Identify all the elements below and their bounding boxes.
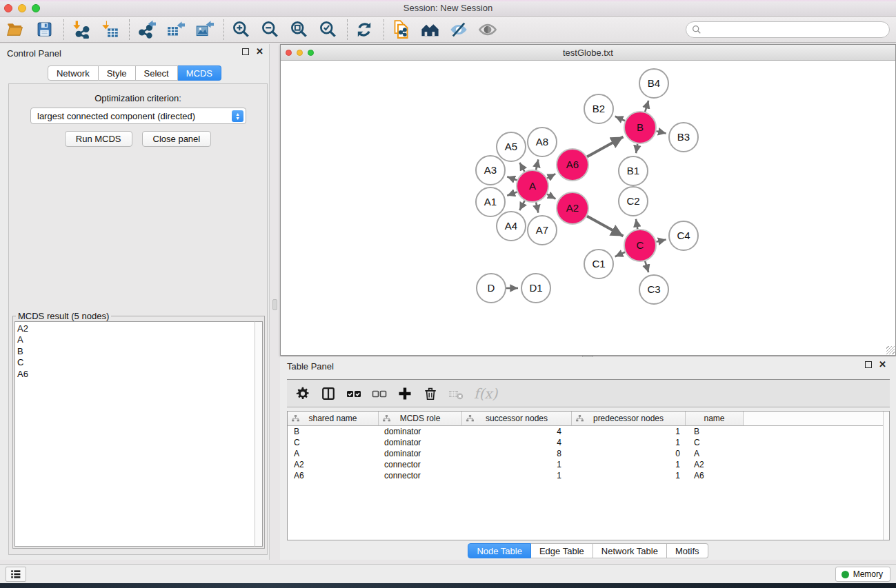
tab-node-table[interactable]: Node Table	[468, 543, 531, 558]
zoom-fit-icon[interactable]	[287, 18, 310, 41]
export-image-icon[interactable]	[192, 18, 216, 41]
table-row[interactable]: A2connector11A2	[288, 459, 889, 470]
graph-node[interactable]: B3	[669, 123, 698, 152]
graph-edge[interactable]	[656, 131, 666, 133]
export-network-icon[interactable]	[135, 18, 158, 41]
graph-node[interactable]: A3	[476, 156, 505, 185]
graph-node[interactable]: B4	[639, 69, 668, 98]
result-item[interactable]: A6	[17, 369, 255, 380]
result-item[interactable]: A2	[17, 323, 255, 334]
delete-column-trash-icon[interactable]	[420, 383, 441, 404]
graph-node[interactable]: C3	[639, 275, 668, 304]
table-row[interactable]: Bdominator41B	[288, 426, 889, 437]
result-item[interactable]: B	[17, 346, 255, 357]
tab-edge-table[interactable]: Edge Table	[531, 543, 593, 558]
refresh-view-icon[interactable]	[352, 18, 376, 41]
graph-node[interactable]: B2	[584, 94, 613, 123]
graph-edge[interactable]	[507, 176, 517, 180]
home-layout-icon[interactable]	[418, 18, 441, 41]
hide-eye-icon[interactable]	[447, 18, 470, 41]
graph-node[interactable]: A5	[497, 132, 526, 161]
table-row[interactable]: Cdominator41C	[288, 437, 889, 448]
tab-mcds[interactable]: MCDS	[178, 65, 221, 81]
tab-motifs[interactable]: Motifs	[667, 543, 708, 558]
graph-node[interactable]: A1	[476, 187, 505, 216]
column-header-shared-name[interactable]: shared name	[288, 412, 379, 425]
graph-node[interactable]: D	[477, 274, 506, 303]
float-table-panel-icon[interactable]	[865, 361, 872, 368]
node-table[interactable]: shared name MCDS role successor nodes pr…	[287, 411, 890, 540]
deselect-all-rows-icon[interactable]	[369, 383, 390, 404]
memory-button[interactable]: Memory	[835, 567, 890, 582]
close-table-panel-icon[interactable]: ✕	[879, 361, 886, 368]
graph-edge[interactable]	[536, 202, 538, 212]
graph-edge[interactable]	[519, 163, 524, 172]
table-row[interactable]: A6connector11A6	[288, 470, 889, 481]
column-header-mcds-role[interactable]: MCDS role	[379, 412, 462, 425]
clone-network-icon[interactable]	[389, 18, 412, 41]
graph-node[interactable]: A7	[528, 216, 557, 245]
zoom-selected-icon[interactable]	[316, 18, 339, 41]
graph-edge[interactable]	[615, 252, 625, 257]
export-table-icon[interactable]	[163, 18, 187, 41]
graph-node[interactable]: D1	[521, 274, 550, 303]
table-settings-gear-icon[interactable]	[292, 383, 313, 404]
task-history-button[interactable]	[6, 567, 26, 582]
criterion-select[interactable]: largest connected component (directed) ▲…	[30, 108, 246, 124]
close-panel-icon[interactable]: ✕	[256, 48, 263, 55]
column-header-predecessor-nodes[interactable]: predecessor nodes	[572, 412, 686, 425]
zoom-out-icon[interactable]	[258, 18, 281, 41]
save-session-icon[interactable]	[32, 18, 56, 41]
graph-node[interactable]: C4	[669, 221, 698, 250]
search-field[interactable]	[686, 21, 890, 38]
graph-edge[interactable]	[587, 137, 624, 157]
graph-node[interactable]: B1	[619, 156, 648, 185]
import-table-icon[interactable]	[98, 18, 121, 41]
graph-edge[interactable]	[547, 174, 555, 179]
graph-edge[interactable]	[536, 159, 538, 170]
graph-edge[interactable]	[645, 101, 648, 112]
graph-node[interactable]: A2	[557, 192, 588, 224]
result-scrollbar[interactable]	[255, 321, 263, 547]
graph-edge[interactable]	[645, 261, 648, 272]
column-header-name[interactable]: name	[686, 412, 744, 425]
import-network-icon[interactable]	[69, 18, 92, 41]
column-header-successor-nodes[interactable]: successor nodes	[462, 412, 572, 425]
result-item[interactable]: C	[17, 357, 255, 368]
graph-node[interactable]: C2	[619, 187, 648, 216]
graph-node[interactable]: A8	[528, 128, 557, 156]
tab-network-table[interactable]: Network Table	[593, 543, 667, 558]
create-column-icon[interactable]	[395, 383, 415, 404]
table-row[interactable]: Adominator80A	[288, 448, 889, 459]
select-all-rows-icon[interactable]	[344, 383, 364, 404]
graph-edge[interactable]	[615, 116, 625, 121]
run-mcds-button[interactable]: Run MCDS	[65, 131, 132, 147]
tab-select[interactable]: Select	[136, 65, 178, 81]
open-file-icon[interactable]	[3, 18, 27, 41]
graph-node[interactable]: A4	[497, 212, 526, 241]
graph-node[interactable]: C1	[584, 250, 613, 278]
table-scrollbar[interactable]	[883, 412, 889, 540]
graph-edge[interactable]	[587, 216, 624, 236]
close-panel-button[interactable]: Close panel	[142, 131, 212, 147]
graph-edge[interactable]	[656, 240, 666, 242]
network-graph[interactable]: AA1A2A3A4A5A6A7A8BB1B2B3B4CC1C2C3C4DD1	[281, 61, 895, 355]
graph-node[interactable]: B	[624, 112, 656, 143]
column-visibility-icon[interactable]	[318, 383, 339, 404]
resize-grip[interactable]	[886, 346, 895, 354]
zoom-in-icon[interactable]	[229, 18, 252, 41]
vertical-splitter-handle[interactable]	[272, 299, 277, 310]
tab-style[interactable]: Style	[99, 65, 136, 81]
search-input[interactable]	[701, 23, 889, 37]
result-item[interactable]: A	[17, 334, 255, 345]
graph-node[interactable]: A6	[557, 149, 588, 181]
graph-edge[interactable]	[547, 194, 556, 199]
mcds-result-list[interactable]: A2ABCA6	[14, 321, 255, 547]
graph-edge[interactable]	[636, 219, 637, 230]
graph-edge[interactable]	[519, 201, 524, 210]
graph-edge[interactable]	[636, 144, 637, 154]
graph-node[interactable]: A	[517, 170, 548, 202]
tab-network[interactable]: Network	[48, 65, 99, 81]
float-panel-icon[interactable]	[242, 48, 249, 55]
graph-node[interactable]: C	[624, 230, 656, 261]
